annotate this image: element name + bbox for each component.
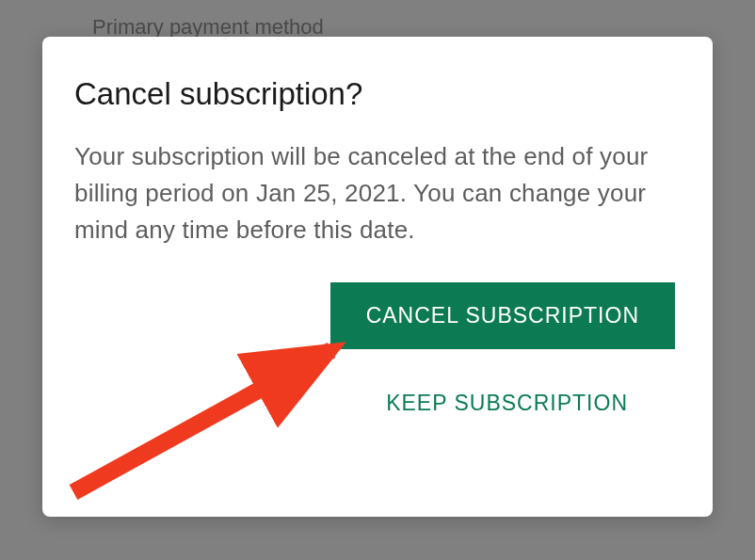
cancel-subscription-button[interactable]: CANCEL SUBSCRIPTION xyxy=(330,282,675,349)
dialog-button-container: CANCEL SUBSCRIPTION KEEP SUBSCRIPTION xyxy=(74,282,681,427)
keep-subscription-button[interactable]: KEEP SUBSCRIPTION xyxy=(360,379,654,427)
dialog-body-text: Your subscription will be canceled at th… xyxy=(74,138,681,248)
dialog-title: Cancel subscription? xyxy=(74,76,681,112)
cancel-subscription-dialog: Cancel subscription? Your subscription w… xyxy=(42,37,713,517)
